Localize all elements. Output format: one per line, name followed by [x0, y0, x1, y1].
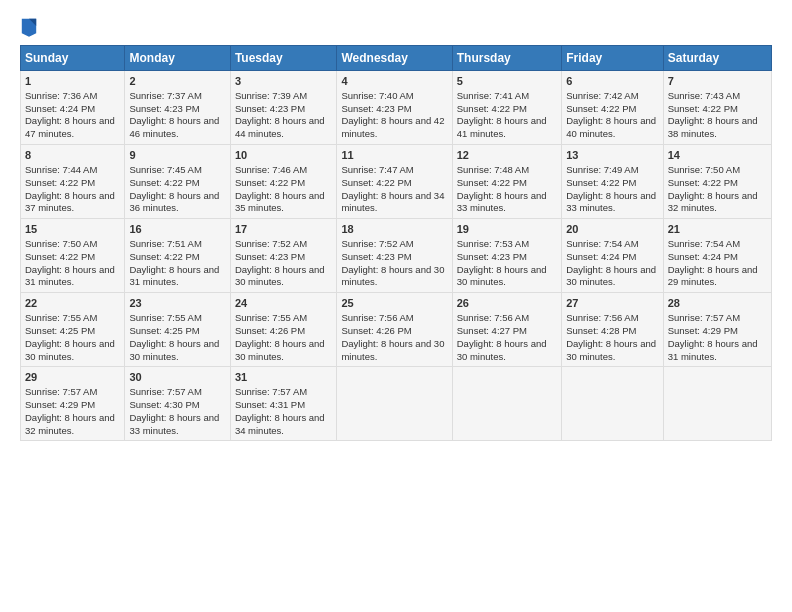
day-number: 15 [25, 222, 120, 237]
daylight-text: Daylight: 8 hours and 41 minutes. [457, 115, 547, 139]
calendar-day-cell: 28Sunrise: 7:57 AMSunset: 4:29 PMDayligh… [663, 293, 771, 367]
sunrise-text: Sunrise: 7:56 AM [566, 312, 638, 323]
day-number: 19 [457, 222, 557, 237]
sunrise-text: Sunrise: 7:52 AM [341, 238, 413, 249]
sunrise-text: Sunrise: 7:41 AM [457, 90, 529, 101]
daylight-text: Daylight: 8 hours and 30 minutes. [235, 338, 325, 362]
daylight-text: Daylight: 8 hours and 37 minutes. [25, 190, 115, 214]
calendar-day-cell: 31Sunrise: 7:57 AMSunset: 4:31 PMDayligh… [230, 367, 337, 441]
calendar-day-cell: 7Sunrise: 7:43 AMSunset: 4:22 PMDaylight… [663, 71, 771, 145]
day-header: Wednesday [337, 46, 452, 71]
daylight-text: Daylight: 8 hours and 30 minutes. [566, 338, 656, 362]
sunset-text: Sunset: 4:23 PM [341, 103, 411, 114]
daylight-text: Daylight: 8 hours and 30 minutes. [129, 338, 219, 362]
sunset-text: Sunset: 4:24 PM [25, 103, 95, 114]
daylight-text: Daylight: 8 hours and 47 minutes. [25, 115, 115, 139]
day-header: Tuesday [230, 46, 337, 71]
sunrise-text: Sunrise: 7:56 AM [457, 312, 529, 323]
daylight-text: Daylight: 8 hours and 29 minutes. [668, 264, 758, 288]
daylight-text: Daylight: 8 hours and 40 minutes. [566, 115, 656, 139]
calendar-day-cell: 15Sunrise: 7:50 AMSunset: 4:22 PMDayligh… [21, 219, 125, 293]
day-number: 13 [566, 148, 658, 163]
sunset-text: Sunset: 4:22 PM [566, 177, 636, 188]
sunrise-text: Sunrise: 7:55 AM [25, 312, 97, 323]
calendar-day-cell: 19Sunrise: 7:53 AMSunset: 4:23 PMDayligh… [452, 219, 561, 293]
sunset-text: Sunset: 4:26 PM [235, 325, 305, 336]
day-number: 6 [566, 74, 658, 89]
sunrise-text: Sunrise: 7:55 AM [235, 312, 307, 323]
daylight-text: Daylight: 8 hours and 38 minutes. [668, 115, 758, 139]
sunrise-text: Sunrise: 7:39 AM [235, 90, 307, 101]
calendar-day-cell: 3Sunrise: 7:39 AMSunset: 4:23 PMDaylight… [230, 71, 337, 145]
sunset-text: Sunset: 4:22 PM [668, 103, 738, 114]
day-number: 16 [129, 222, 225, 237]
sunrise-text: Sunrise: 7:54 AM [566, 238, 638, 249]
calendar-day-cell: 12Sunrise: 7:48 AMSunset: 4:22 PMDayligh… [452, 145, 561, 219]
daylight-text: Daylight: 8 hours and 33 minutes. [566, 190, 656, 214]
sunrise-text: Sunrise: 7:50 AM [668, 164, 740, 175]
logo [20, 15, 42, 37]
sunset-text: Sunset: 4:25 PM [129, 325, 199, 336]
sunrise-text: Sunrise: 7:57 AM [25, 386, 97, 397]
daylight-text: Daylight: 8 hours and 31 minutes. [25, 264, 115, 288]
day-number: 7 [668, 74, 767, 89]
sunrise-text: Sunrise: 7:57 AM [668, 312, 740, 323]
calendar-week-row: 22Sunrise: 7:55 AMSunset: 4:25 PMDayligh… [21, 293, 772, 367]
sunrise-text: Sunrise: 7:46 AM [235, 164, 307, 175]
daylight-text: Daylight: 8 hours and 30 minutes. [25, 338, 115, 362]
sunrise-text: Sunrise: 7:54 AM [668, 238, 740, 249]
sunrise-text: Sunrise: 7:37 AM [129, 90, 201, 101]
day-number: 3 [235, 74, 333, 89]
sunset-text: Sunset: 4:22 PM [235, 177, 305, 188]
daylight-text: Daylight: 8 hours and 30 minutes. [341, 338, 444, 362]
sunrise-text: Sunrise: 7:48 AM [457, 164, 529, 175]
sunset-text: Sunset: 4:23 PM [235, 251, 305, 262]
day-number: 10 [235, 148, 333, 163]
day-number: 23 [129, 296, 225, 311]
sunrise-text: Sunrise: 7:52 AM [235, 238, 307, 249]
sunset-text: Sunset: 4:23 PM [457, 251, 527, 262]
header [20, 15, 772, 37]
sunset-text: Sunset: 4:22 PM [25, 177, 95, 188]
day-header: Thursday [452, 46, 561, 71]
calendar-day-cell: 21Sunrise: 7:54 AMSunset: 4:24 PMDayligh… [663, 219, 771, 293]
sunset-text: Sunset: 4:29 PM [25, 399, 95, 410]
sunrise-text: Sunrise: 7:50 AM [25, 238, 97, 249]
daylight-text: Daylight: 8 hours and 34 minutes. [341, 190, 444, 214]
calendar-day-cell [452, 367, 561, 441]
sunset-text: Sunset: 4:24 PM [566, 251, 636, 262]
sunset-text: Sunset: 4:26 PM [341, 325, 411, 336]
daylight-text: Daylight: 8 hours and 36 minutes. [129, 190, 219, 214]
sunset-text: Sunset: 4:30 PM [129, 399, 199, 410]
day-number: 14 [668, 148, 767, 163]
calendar-day-cell: 30Sunrise: 7:57 AMSunset: 4:30 PMDayligh… [125, 367, 230, 441]
calendar-week-row: 8Sunrise: 7:44 AMSunset: 4:22 PMDaylight… [21, 145, 772, 219]
sunset-text: Sunset: 4:23 PM [341, 251, 411, 262]
calendar-day-cell: 13Sunrise: 7:49 AMSunset: 4:22 PMDayligh… [562, 145, 663, 219]
sunset-text: Sunset: 4:31 PM [235, 399, 305, 410]
header-row: SundayMondayTuesdayWednesdayThursdayFrid… [21, 46, 772, 71]
calendar-week-row: 1Sunrise: 7:36 AMSunset: 4:24 PMDaylight… [21, 71, 772, 145]
calendar-day-cell: 26Sunrise: 7:56 AMSunset: 4:27 PMDayligh… [452, 293, 561, 367]
sunset-text: Sunset: 4:22 PM [457, 177, 527, 188]
calendar-day-cell: 6Sunrise: 7:42 AMSunset: 4:22 PMDaylight… [562, 71, 663, 145]
sunset-text: Sunset: 4:22 PM [457, 103, 527, 114]
sunrise-text: Sunrise: 7:55 AM [129, 312, 201, 323]
day-number: 12 [457, 148, 557, 163]
page: SundayMondayTuesdayWednesdayThursdayFrid… [0, 0, 792, 612]
calendar-day-cell: 23Sunrise: 7:55 AMSunset: 4:25 PMDayligh… [125, 293, 230, 367]
calendar-day-cell: 5Sunrise: 7:41 AMSunset: 4:22 PMDaylight… [452, 71, 561, 145]
daylight-text: Daylight: 8 hours and 46 minutes. [129, 115, 219, 139]
daylight-text: Daylight: 8 hours and 31 minutes. [668, 338, 758, 362]
calendar-day-cell: 8Sunrise: 7:44 AMSunset: 4:22 PMDaylight… [21, 145, 125, 219]
daylight-text: Daylight: 8 hours and 44 minutes. [235, 115, 325, 139]
daylight-text: Daylight: 8 hours and 30 minutes. [341, 264, 444, 288]
calendar-day-cell: 16Sunrise: 7:51 AMSunset: 4:22 PMDayligh… [125, 219, 230, 293]
daylight-text: Daylight: 8 hours and 33 minutes. [457, 190, 547, 214]
calendar-day-cell: 22Sunrise: 7:55 AMSunset: 4:25 PMDayligh… [21, 293, 125, 367]
calendar-day-cell: 20Sunrise: 7:54 AMSunset: 4:24 PMDayligh… [562, 219, 663, 293]
sunrise-text: Sunrise: 7:57 AM [235, 386, 307, 397]
day-number: 20 [566, 222, 658, 237]
sunrise-text: Sunrise: 7:57 AM [129, 386, 201, 397]
calendar-day-cell [663, 367, 771, 441]
